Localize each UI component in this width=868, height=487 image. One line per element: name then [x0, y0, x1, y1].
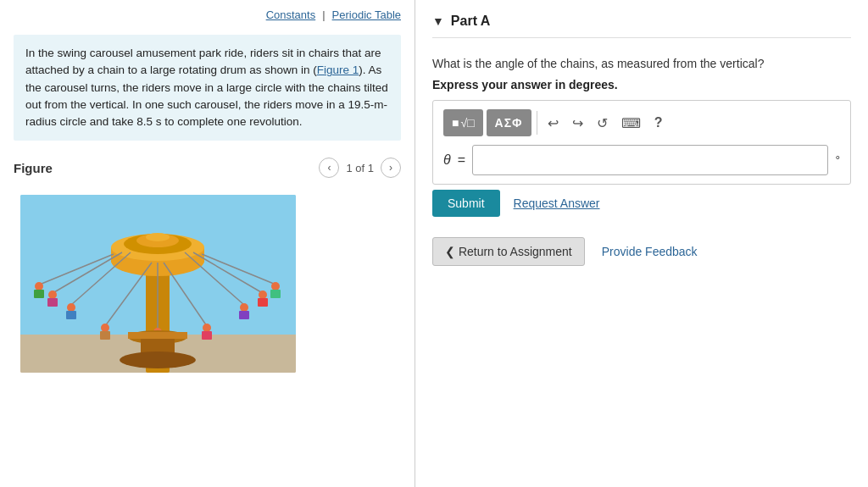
action-buttons: Submit Request Answer: [432, 190, 851, 217]
provide-feedback-button[interactable]: Provide Feedback: [602, 245, 698, 258]
right-panel: ▼ Part A What is the angle of the chains…: [415, 0, 868, 487]
submit-button[interactable]: Submit: [432, 190, 500, 217]
svg-rect-26: [270, 290, 281, 298]
figure-title: Figure: [14, 161, 53, 175]
help-button[interactable]: ?: [649, 112, 668, 134]
toolbar-separator: [537, 111, 537, 135]
request-answer-button[interactable]: Request Answer: [514, 196, 600, 210]
svg-point-34: [203, 324, 211, 332]
svg-point-39: [120, 351, 196, 368]
question-section: What is the angle of the chains, as meas…: [432, 55, 851, 217]
svg-point-8: [146, 233, 170, 241]
collapse-arrow-icon[interactable]: ▼: [432, 14, 444, 28]
carousel-image: [20, 195, 296, 373]
svg-point-14: [48, 291, 57, 299]
figure-counter: 1 of 1: [346, 162, 374, 174]
return-to-assignment-button[interactable]: ❮ Return to Assignment: [432, 237, 585, 266]
degree-symbol: °: [835, 153, 840, 167]
problem-text: In the swing carousel amusement park rid…: [14, 35, 401, 141]
answer-input[interactable]: [472, 145, 828, 175]
figure-image-container: [14, 195, 401, 373]
svg-point-21: [240, 303, 248, 312]
links-bar: Constants | Periodic Table: [14, 8, 401, 21]
svg-rect-22: [239, 311, 249, 319]
svg-rect-37: [128, 332, 187, 339]
formula-button[interactable]: ΑΣΦ: [487, 109, 531, 136]
question-text: What is the angle of the chains, as meas…: [432, 55, 851, 73]
separator: |: [322, 8, 325, 21]
periodic-table-link[interactable]: Periodic Table: [332, 8, 401, 21]
figure-header: Figure ‹ 1 of 1 ›: [14, 154, 401, 181]
reset-button[interactable]: ↺: [592, 112, 613, 135]
answer-toolbar: ■ √□ ΑΣΦ ↩ ↪ ↺ ⌨ ?: [443, 109, 840, 136]
answer-box: ■ √□ ΑΣΦ ↩ ↪ ↺ ⌨ ? θ = °: [432, 100, 851, 185]
undo-button[interactable]: ↩: [542, 112, 564, 135]
left-panel: Constants | Periodic Table In the swing …: [0, 0, 415, 487]
constants-link[interactable]: Constants: [266, 8, 316, 21]
prev-figure-button[interactable]: ‹: [319, 158, 339, 178]
redo-button[interactable]: ↪: [567, 112, 588, 135]
next-figure-button[interactable]: ›: [381, 158, 401, 178]
svg-rect-24: [258, 298, 268, 307]
answer-format-label: Express your answer in degrees.: [432, 78, 851, 91]
figure-link[interactable]: Figure 1: [317, 64, 359, 76]
part-a-title: Part A: [451, 14, 491, 29]
svg-point-16: [35, 282, 43, 291]
bottom-actions: ❮ Return to Assignment Provide Feedback: [432, 237, 851, 266]
theta-label: θ: [443, 152, 451, 168]
svg-point-23: [259, 291, 267, 299]
keyboard-button[interactable]: ⌨: [616, 112, 646, 135]
svg-rect-35: [202, 331, 212, 340]
svg-rect-17: [34, 290, 44, 298]
svg-rect-31: [100, 331, 110, 340]
svg-rect-15: [47, 298, 58, 307]
figure-nav: ‹ 1 of 1 ›: [319, 158, 401, 178]
input-row: θ = °: [443, 145, 840, 175]
sqrt-icon: √□: [460, 116, 474, 130]
equals-sign: =: [458, 152, 465, 168]
svg-point-25: [271, 282, 280, 291]
svg-rect-13: [66, 311, 76, 319]
svg-point-12: [67, 303, 75, 312]
matrix-icon: ■: [452, 116, 459, 130]
part-a-header: ▼ Part A: [432, 14, 851, 38]
matrix-button[interactable]: ■ √□: [443, 109, 483, 136]
svg-point-30: [101, 324, 109, 332]
